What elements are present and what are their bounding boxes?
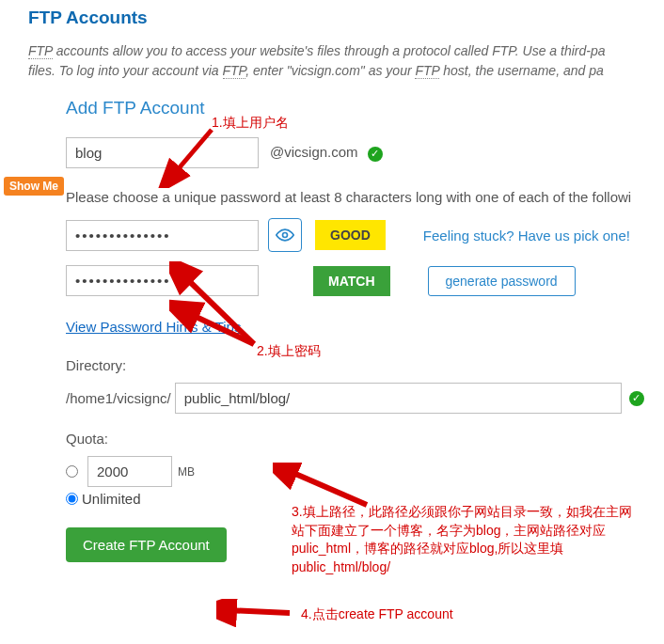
ftp-tooltip-term: FTP xyxy=(415,63,439,79)
password-input[interactable] xyxy=(66,220,259,251)
eye-icon[interactable] xyxy=(268,218,302,252)
intro-text: FTP accounts allow you to access your we… xyxy=(28,41,655,81)
login-input[interactable] xyxy=(66,137,259,168)
create-ftp-account-button[interactable]: Create FTP Account xyxy=(66,527,227,562)
quota-unit: MB xyxy=(178,465,195,479)
generate-password-button[interactable]: generate password xyxy=(428,266,576,296)
directory-input[interactable] xyxy=(175,383,622,414)
password-hint: Please choose a unique password at least… xyxy=(66,189,655,205)
show-me-button[interactable]: Show Me xyxy=(4,177,64,196)
strength-badge: GOOD xyxy=(315,220,386,250)
check-icon: ✓ xyxy=(368,147,383,162)
password-hints-link[interactable]: View Password Hints & Tips xyxy=(66,319,241,335)
svg-line-5 xyxy=(226,610,290,613)
directory-label: Directory: xyxy=(66,357,655,373)
match-badge: MATCH xyxy=(313,266,390,296)
quota-limited-radio[interactable] xyxy=(66,465,78,478)
annotation-4: 4.点击create FTP account xyxy=(301,606,453,623)
page-title: FTP Accounts xyxy=(28,8,655,28)
quota-label: Quota: xyxy=(66,431,655,447)
svg-point-0 xyxy=(283,233,288,238)
quota-unlimited-radio[interactable] xyxy=(66,493,78,505)
stuck-text: Feeling stuck? Have us pick one! xyxy=(423,228,630,243)
ftp-tooltip-term: FTP xyxy=(28,43,53,59)
check-icon: ✓ xyxy=(629,391,644,406)
password-confirm-input[interactable] xyxy=(66,265,259,296)
directory-prefix: /home1/vicsignc/ xyxy=(66,390,171,406)
ftp-tooltip-term: FTP xyxy=(223,63,246,79)
annotation-arrow-icon xyxy=(216,599,301,627)
section-heading: Add FTP Account xyxy=(28,98,655,118)
quota-value-input[interactable] xyxy=(87,456,172,487)
domain-suffix: @vicsign.com ✓ xyxy=(270,144,383,162)
unlimited-label: Unlimited xyxy=(82,491,141,507)
